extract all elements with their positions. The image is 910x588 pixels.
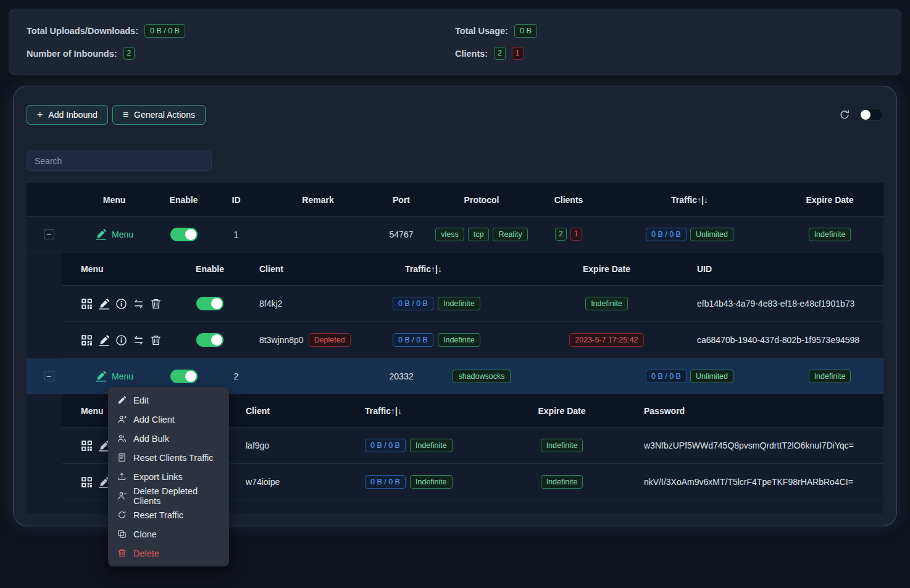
inbound-menu-dropdown[interactable]: Menu xyxy=(95,228,133,240)
delete-client-icon[interactable] xyxy=(150,298,162,310)
col-header-remark: Remark xyxy=(262,195,374,205)
sync-icon xyxy=(117,510,127,520)
menu-item-reset-traffic[interactable]: Reset Traffic xyxy=(108,505,229,524)
traffic-badge: 0 B / 0 B xyxy=(365,439,406,452)
clients-active-count: 2 xyxy=(494,47,506,60)
stats-left-column: Total Uploads/Downloads: 0 B / 0 B Numbe… xyxy=(27,19,455,65)
toggle-knob xyxy=(211,334,222,346)
traffic-badge: 0 B / 0 B xyxy=(365,475,406,489)
qr-code-icon[interactable] xyxy=(81,476,93,488)
col-header-menu: Menu xyxy=(71,195,157,205)
plus-icon: + xyxy=(37,110,43,120)
traffic-badge: 0 B / 0 B xyxy=(393,297,433,310)
col-header-expire: Expire Date xyxy=(556,264,657,274)
toolbar-toggle[interactable] xyxy=(859,109,883,121)
traffic-limit-badge: Unlimited xyxy=(690,228,733,241)
expire-badge: Indefinite xyxy=(541,439,583,452)
add-inbound-button[interactable]: + Add Inbound xyxy=(27,105,108,125)
client-name: 8f4kj2 xyxy=(235,299,370,308)
inbound-menu-dropdown[interactable]: Menu xyxy=(95,370,133,382)
menu-item-reset-clients-traffic[interactable]: Reset Clients Traffic xyxy=(108,448,229,467)
collapse-row-button[interactable]: − xyxy=(44,229,54,239)
client-name: 8t3wjnn8p0 xyxy=(259,335,304,345)
protocol-tag: tcp xyxy=(468,228,490,241)
menu-item-label: Clone xyxy=(133,529,157,539)
inbound-row-1: − Menu 1 54767 vless tcp Reality xyxy=(27,217,883,252)
edit-icon xyxy=(95,228,107,240)
expire-badge: Indefinite xyxy=(809,228,851,241)
total-uploads-downloads-value: 0 B / 0 B xyxy=(144,24,185,38)
traffic-limit-badge: Unlimited xyxy=(690,370,733,383)
clients-depleted-count: 1 xyxy=(512,47,524,60)
collapse-row-button[interactable]: − xyxy=(44,371,54,381)
col-header-port: Port xyxy=(374,195,429,205)
expire-badge: Indefinite xyxy=(809,370,851,383)
inbound-menu-label: Menu xyxy=(112,371,133,381)
protocol-tag: Reality xyxy=(493,228,527,241)
expire-badge: Indefinite xyxy=(585,297,628,310)
enable-toggle[interactable] xyxy=(196,333,223,347)
col-header-clients: Clients xyxy=(534,195,603,205)
menu-item-label: Reset Clients Traffic xyxy=(133,453,213,463)
toggle-knob xyxy=(185,229,196,240)
copy-icon xyxy=(117,529,127,539)
delete-client-icon[interactable] xyxy=(150,334,162,346)
reset-traffic-icon[interactable] xyxy=(133,334,144,346)
stats-card: Total Uploads/Downloads: 0 B / 0 B Numbe… xyxy=(9,9,901,75)
menu-item-clone[interactable]: Clone xyxy=(108,524,229,544)
traffic-limit-badge: Indefinite xyxy=(410,439,453,452)
col-header-traffic: Traffic↑|↓ xyxy=(340,406,512,416)
col-header-expire: Expire Date xyxy=(776,195,883,205)
stat-total-uploads-downloads: Total Uploads/Downloads: 0 B / 0 B xyxy=(27,24,455,38)
total-uploads-downloads-label: Total Uploads/Downloads: xyxy=(27,26,138,36)
enable-toggle[interactable] xyxy=(196,297,223,310)
col-header-expire: Expire Date xyxy=(512,406,611,416)
col-header-traffic: Traffic↑|↓ xyxy=(603,195,776,205)
menu-item-label: Delete Depleted Clients xyxy=(133,486,220,506)
traffic-badge: 0 B / 0 B xyxy=(646,228,687,241)
qr-code-icon[interactable] xyxy=(81,334,93,346)
menu-item-label: Delete xyxy=(133,549,159,558)
menu-item-add-bulk[interactable]: Add Bulk xyxy=(108,429,229,448)
qr-code-icon[interactable] xyxy=(81,440,93,452)
protocol-tag: vless xyxy=(435,228,464,241)
menu-item-add-client[interactable]: Add Client xyxy=(108,410,229,429)
stat-clients: Clients: 2 1 xyxy=(455,47,883,60)
general-actions-button[interactable]: ≡ General Actions xyxy=(112,105,206,125)
col-header-enable: Enable xyxy=(157,195,210,205)
edit-icon xyxy=(95,370,107,382)
menu-item-label: Reset Traffic xyxy=(133,510,183,520)
edit-icon xyxy=(117,395,127,405)
client-uid: ca68470b-1940-437d-802b-1f9573e94598 xyxy=(657,335,883,345)
col-header-protocol: Protocol xyxy=(429,195,534,205)
qr-code-icon[interactable] xyxy=(81,298,93,310)
col-header-enable: Enable xyxy=(185,264,235,274)
add-inbound-label: Add Inbound xyxy=(48,110,97,120)
edit-client-icon[interactable] xyxy=(98,334,110,346)
clients-label: Clients: xyxy=(455,49,488,59)
menu-lines-icon: ≡ xyxy=(123,110,128,120)
search-input[interactable] xyxy=(27,151,212,171)
users-add-icon xyxy=(117,434,127,443)
enable-toggle[interactable] xyxy=(170,228,198,241)
reset-traffic-icon[interactable] xyxy=(133,298,144,310)
menu-item-delete-depleted-clients[interactable]: Delete Depleted Clients xyxy=(108,486,229,505)
refresh-icon[interactable] xyxy=(839,109,850,120)
menu-item-edit[interactable]: Edit xyxy=(108,391,229,410)
client-table-header: Menu Enable Client Traffic↑|↓ Expire Dat… xyxy=(62,252,883,286)
inbound-port: 20332 xyxy=(374,371,429,381)
toolbar-right xyxy=(839,109,883,121)
menu-item-export-links[interactable]: Export Links xyxy=(108,467,229,486)
client-row: 8f4kj2 0 B / 0 B Indefinite Indefinite e… xyxy=(62,286,883,322)
file-reset-icon xyxy=(117,453,127,462)
info-icon[interactable] xyxy=(115,298,127,310)
toggle-knob xyxy=(185,371,196,382)
col-header-password: Password xyxy=(611,406,883,416)
export-icon xyxy=(117,472,127,481)
col-header-client: Client xyxy=(235,264,370,274)
enable-toggle[interactable] xyxy=(170,370,198,383)
user-add-icon xyxy=(117,415,127,424)
menu-item-delete[interactable]: Delete xyxy=(108,544,229,563)
info-icon[interactable] xyxy=(115,334,127,346)
edit-client-icon[interactable] xyxy=(98,298,110,310)
